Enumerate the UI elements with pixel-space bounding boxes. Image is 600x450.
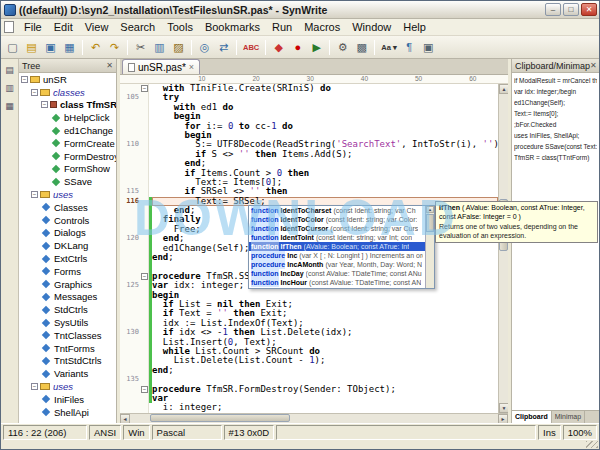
macro-play-icon[interactable]: ▶	[307, 38, 326, 57]
menu-edit[interactable]: Edit	[48, 20, 79, 34]
tree-item-graphics[interactable]: Graphics	[19, 278, 116, 291]
scrollbar-track[interactable]	[130, 414, 498, 423]
insert-mode-indicator[interactable]: Ins	[538, 425, 561, 440]
menu-search[interactable]: Search	[114, 20, 161, 34]
menu-run[interactable]: Run	[266, 20, 298, 34]
tree-item-variants[interactable]: Variants	[19, 367, 116, 380]
code-line-130[interactable]: 130 if idx <> -1 then List.Delete(idx);	[120, 328, 498, 337]
cut-icon[interactable]: ✂	[131, 38, 150, 57]
tree-item-dialogs[interactable]: Dialogs	[19, 227, 116, 240]
tree-item-formdestroy[interactable]: FormDestroy	[19, 150, 116, 163]
find-icon[interactable]: ◎	[195, 38, 214, 57]
paste-icon[interactable]: ▨	[169, 38, 188, 57]
code-line-111[interactable]: if S <> '' then Items.Add(S);	[120, 150, 498, 159]
copy-icon[interactable]: ▥	[150, 38, 169, 57]
tree-item-tntclasses[interactable]: TntClasses	[19, 329, 116, 342]
completion-item-identtocursor[interactable]: functionIdentToCursor(const Ident: strin…	[249, 224, 425, 233]
redo-icon[interactable]: ↷	[105, 38, 124, 57]
resize-grip[interactable]	[586, 441, 598, 448]
menu-view[interactable]: View	[79, 20, 115, 34]
code-line-128[interactable]: if Text = '' then Exit;	[120, 309, 498, 318]
open-file-icon[interactable]: ▤	[22, 38, 41, 57]
code-line-138[interactable]: i: integer;	[120, 403, 498, 412]
tree-item-ed1change[interactable]: ed1Change	[19, 124, 116, 137]
completion-item-incday[interactable]: functionIncDay(const AValue: TDateTime; …	[249, 269, 425, 278]
tree-item-unsr[interactable]: −unSR	[19, 73, 116, 86]
code-line-115[interactable]: 115 if SRSel <> '' then	[120, 187, 498, 196]
code-line-131[interactable]: List.Insert(0, Text);	[120, 338, 498, 347]
clipboard-item[interactable]: Text:= Items[0];	[514, 108, 597, 119]
tree-expander-icon[interactable]: −	[31, 191, 38, 198]
tree-item-extctrls[interactable]: ExtCtrls	[19, 252, 116, 265]
output-panel-toggle-icon[interactable]: ▦	[2, 98, 17, 113]
completion-item-identtocharset[interactable]: functionIdentToCharset(const Ident: stri…	[249, 206, 425, 215]
menu-window[interactable]: Window	[346, 20, 397, 34]
tree-expander-icon[interactable]: −	[41, 101, 48, 108]
fullscreen-icon[interactable]: ▣	[419, 38, 438, 57]
side-tab-minimap[interactable]: Minimap	[552, 411, 585, 423]
tree-item-forms[interactable]: Forms	[19, 265, 116, 278]
horizontal-scrollbar[interactable]: ◄ ►	[120, 413, 508, 423]
code-line-107[interactable]: begin	[120, 112, 498, 121]
code-line-104[interactable]: − with TIniFile.Create(SRIniS) do	[120, 84, 498, 93]
lexer-indicator[interactable]: Pascal	[152, 425, 222, 440]
tree-item-shellapi[interactable]: ShellApi	[19, 406, 116, 419]
scrollbar-thumb[interactable]	[150, 414, 290, 422]
scroll-up-icon[interactable]: ▲	[426, 206, 434, 213]
vertical-scrollbar[interactable]: ▲ ▼	[498, 84, 508, 413]
tree-expander-icon[interactable]: −	[31, 383, 38, 390]
clipboard-item[interactable]: if ModalResult = mrCancel then	[514, 75, 597, 86]
line-ends-indicator[interactable]: Win	[123, 425, 149, 440]
menu-macros[interactable]: Macros	[298, 20, 346, 34]
clips-panel-toggle-icon[interactable]: ▥	[2, 80, 17, 95]
tree-close-icon[interactable]: ✕	[106, 61, 113, 70]
clipboard-item[interactable]: ;bFor.Checked	[514, 119, 597, 130]
tree-item-classes[interactable]: −classes	[19, 86, 116, 99]
bookmark-icon[interactable]: ◆	[269, 38, 288, 57]
code-line-135[interactable]: 135	[120, 375, 498, 384]
code-line-109[interactable]: begin	[120, 131, 498, 140]
code-line-126[interactable]: begin	[120, 291, 498, 300]
tree-item-formcreate[interactable]: FormCreate	[19, 137, 116, 150]
tree-item-messages[interactable]: Messages	[19, 291, 116, 304]
tree-expander-icon[interactable]: −	[21, 76, 28, 83]
tree-item-classes[interactable]: Classes	[19, 201, 116, 214]
code-line-136[interactable]: −procedure TfmSR.FormDestroy(Sender: TOb…	[120, 385, 498, 394]
tree-item-class-tfmsr[interactable]: −class TfmSR	[19, 99, 116, 112]
tree-item-bhelpclick[interactable]: bHelpClick	[19, 111, 116, 124]
code-line-132[interactable]: while List.Count > SRCount do	[120, 347, 498, 356]
macro-record-icon[interactable]: ●	[288, 38, 307, 57]
word-wrap-icon[interactable]: ¶	[400, 38, 419, 57]
code-line-137[interactable]: var	[120, 394, 498, 403]
code-line-112[interactable]: end;	[120, 159, 498, 168]
title-bar[interactable]: ((default)) D:\syn2_Installation\TestFil…	[1, 1, 599, 19]
completion-scrollbar[interactable]: ▲	[425, 206, 434, 288]
tree-item-stdctrls[interactable]: StdCtrls	[19, 303, 116, 316]
scrollbar-thumb[interactable]	[426, 214, 434, 232]
completion-item-inchour[interactable]: functionIncHour(const AValue: TDateTime;…	[249, 278, 425, 287]
tree-item-uses[interactable]: −uses	[19, 380, 116, 393]
clipboard-close-icon[interactable]: ✕	[590, 61, 597, 70]
tab-close-icon[interactable]: ×	[189, 62, 194, 72]
side-tab-clipboard[interactable]: Clipboard	[512, 411, 552, 423]
code-line-129[interactable]: idx := List.IndexOf(Text);	[120, 319, 498, 328]
tree-item-formshow[interactable]: FormShow	[19, 163, 116, 176]
code-line-133[interactable]: List.Delete(List.Count - 1);	[120, 356, 498, 365]
clipboard-item[interactable]: TfmSR = class(TTntForm)	[514, 152, 597, 163]
clipboard-item[interactable]: ed1Change(Self);	[514, 97, 597, 108]
code-line-108[interactable]: for i:= 0 to cc-1 do	[120, 122, 498, 131]
completion-item-ifthen[interactable]: functionIfThen(AValue: Boolean; const AT…	[249, 242, 425, 251]
tab-unsr-pas[interactable]: unSR.pas* ×	[122, 59, 200, 74]
tree-item-tntforms[interactable]: TntForms	[19, 342, 116, 355]
clipboard-item[interactable]: uses IniFiles, ShellApi;	[514, 130, 597, 141]
menu-bookmarks[interactable]: Bookmarks	[199, 20, 266, 34]
save-all-icon[interactable]: ▦	[60, 38, 79, 57]
new-file-icon[interactable]: ▢	[3, 38, 22, 57]
tree-panel-toggle-icon[interactable]: ▤	[2, 62, 17, 77]
maximize-button[interactable]: □	[563, 3, 579, 16]
tree-expander-icon[interactable]: −	[31, 89, 38, 96]
clipboard-item[interactable]: procedure SSave(const Text: W	[514, 141, 597, 152]
font-size-icon[interactable]: Aa ▾	[378, 38, 399, 57]
code-line-113[interactable]: if Items.Count > 0 then	[120, 169, 498, 178]
tree-item-controls[interactable]: Controls	[19, 214, 116, 227]
